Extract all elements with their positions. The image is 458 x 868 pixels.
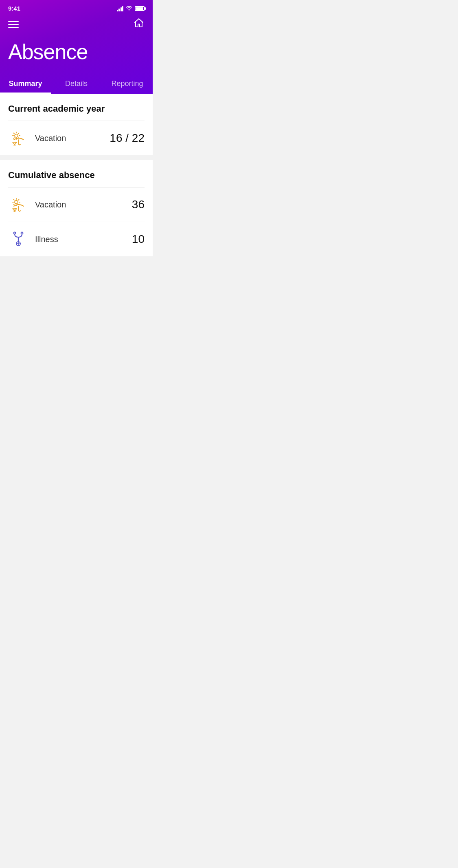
tab-details[interactable]: Details xyxy=(51,74,102,94)
vacation-current-value: 16 / 22 xyxy=(110,132,145,145)
row-vacation-current[interactable]: Vacation 16 / 22 xyxy=(0,121,153,155)
section-cumulative-absence: Cumulative absence xyxy=(0,160,153,256)
svg-line-18 xyxy=(14,200,15,200)
illness-label: Illness xyxy=(35,235,132,244)
wifi-icon xyxy=(126,5,132,12)
top-nav xyxy=(0,14,153,35)
section-current-academic-year: Current academic year xyxy=(0,94,153,155)
svg-line-7 xyxy=(18,133,19,134)
header: 9:41 xyxy=(0,0,153,94)
vacation-current-label: Vacation xyxy=(35,134,110,143)
vacation-cumulative-value: 36 xyxy=(132,198,145,211)
tab-summary[interactable]: Summary xyxy=(0,74,51,94)
illness-value: 10 xyxy=(132,233,145,246)
content: Current academic year xyxy=(0,94,153,256)
page-title: Absence xyxy=(0,35,153,64)
svg-line-5 xyxy=(14,133,15,134)
status-bar: 9:41 xyxy=(0,0,153,14)
signal-icon xyxy=(117,6,124,11)
tabs: Summary Details Reporting xyxy=(0,74,153,94)
illness-icon xyxy=(8,231,28,247)
svg-line-8 xyxy=(14,138,15,139)
svg-line-20 xyxy=(18,200,19,200)
svg-point-13 xyxy=(15,200,18,204)
tab-reporting[interactable]: Reporting xyxy=(102,74,153,94)
svg-line-21 xyxy=(14,204,15,205)
home-button[interactable] xyxy=(133,18,145,31)
status-time: 9:41 xyxy=(8,5,20,12)
vacation-icon xyxy=(8,130,28,146)
svg-point-0 xyxy=(15,134,18,137)
row-vacation-cumulative[interactable]: Vacation 36 xyxy=(0,187,153,222)
vacation-cumulative-icon xyxy=(8,196,28,213)
battery-icon xyxy=(135,6,145,11)
menu-button[interactable] xyxy=(8,21,19,28)
row-illness-cumulative[interactable]: Illness 10 xyxy=(0,222,153,256)
section-current-academic-year-title: Current academic year xyxy=(0,94,153,121)
status-icons xyxy=(117,5,145,12)
vacation-cumulative-label: Vacation xyxy=(35,200,132,209)
section-cumulative-absence-title: Cumulative absence xyxy=(0,160,153,187)
